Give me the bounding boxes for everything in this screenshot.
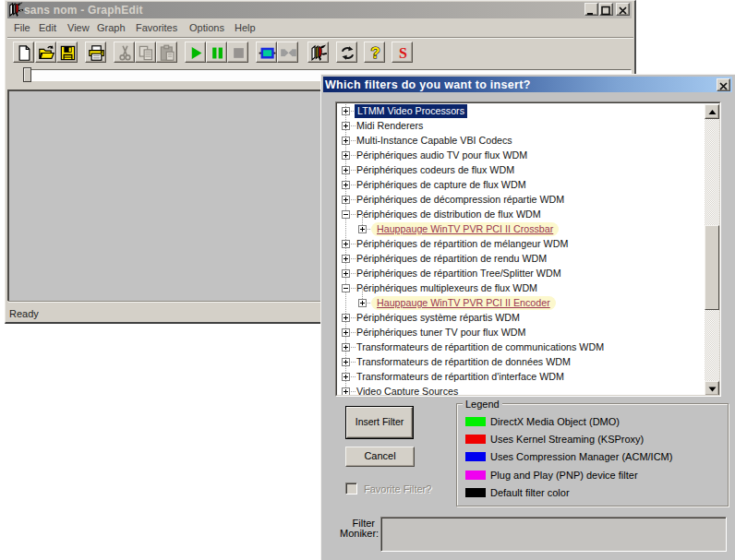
svg-text:S: S (399, 45, 407, 61)
svg-text:?: ? (370, 44, 380, 62)
